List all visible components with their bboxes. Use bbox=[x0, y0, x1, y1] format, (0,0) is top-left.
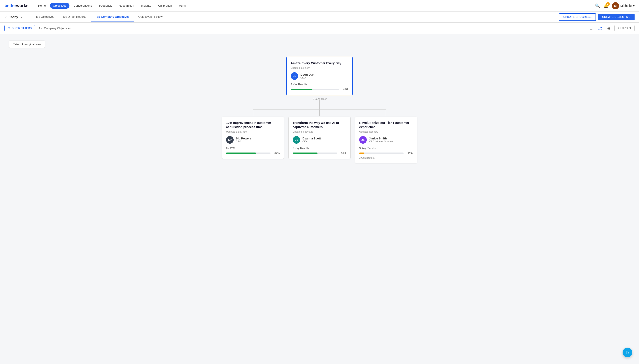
chat-icon: b bbox=[626, 350, 628, 355]
child-person-title-0: CFO bbox=[236, 140, 251, 143]
child-progress-bar-bg-1 bbox=[293, 152, 337, 154]
child-person-avatar-2: JS bbox=[359, 136, 367, 144]
top-objective-title: Amaze Every Customer Every Day bbox=[291, 61, 348, 66]
top-person-avatar: DD bbox=[291, 72, 298, 80]
top-objective-person: DD Doug Dart CEO bbox=[291, 72, 348, 80]
child-progress-pct-1: 56% bbox=[339, 152, 346, 155]
date-label: Today bbox=[9, 15, 18, 19]
child-progress-pct-2: 11% bbox=[406, 152, 413, 155]
avatar: M bbox=[612, 2, 619, 9]
child-objective-person-0: SP Sid Powers CFO bbox=[226, 136, 280, 144]
date-next-button[interactable]: › bbox=[20, 14, 23, 20]
child-key-results-0: 8 / 12% bbox=[226, 147, 280, 150]
tab-top-company-objectives[interactable]: Top Company Objectives bbox=[91, 12, 134, 22]
list-view-icon[interactable]: ☰ bbox=[588, 25, 594, 32]
objective-tree: Amaze Every Customer Every Day Updated j… bbox=[9, 57, 630, 164]
child-objective-title-2: Revolutionize our Tier 1 customer experi… bbox=[359, 121, 413, 130]
child-progress-bar-fill-2 bbox=[359, 152, 364, 154]
child-progress-bar-fill-0 bbox=[226, 152, 256, 154]
tree-view-icon[interactable]: ⎇ bbox=[597, 25, 603, 32]
nav-insights[interactable]: Insights bbox=[138, 3, 154, 9]
export-button[interactable]: ↑ EXPORT bbox=[614, 25, 634, 31]
child-objective-card-1[interactable]: Transform the way we use AI to captivate… bbox=[288, 116, 351, 159]
tab-actions: UPDATE PROGRESS CREATE OBJECTIVE bbox=[559, 13, 634, 21]
nav-links: Home Objectives Conversations Feedback R… bbox=[35, 3, 595, 9]
child-progress-bar-bg-0 bbox=[226, 152, 270, 154]
child-progress-wrap-1: 56% bbox=[293, 152, 346, 155]
filter-bar: ▼ SHOW FILTERS Top Company Objectives ☰ … bbox=[0, 22, 639, 34]
top-person-info: Doug Dart CEO bbox=[300, 73, 314, 79]
child-person-info-1: Deanna Scott CIO bbox=[302, 137, 321, 143]
tab-my-objectives[interactable]: My Objectives bbox=[32, 12, 59, 22]
top-progress-pct: 45% bbox=[341, 88, 348, 91]
search-icon[interactable]: 🔍 bbox=[595, 3, 600, 8]
child-person-info-0: Sid Powers CFO bbox=[236, 137, 251, 143]
user-name: Michelle bbox=[620, 4, 632, 8]
chart-view-icon[interactable]: ◉ bbox=[605, 25, 612, 32]
top-objective-updated: Updated just now bbox=[291, 66, 348, 69]
child-person-title-2: VP Customer Success bbox=[369, 140, 393, 143]
connector-branch-center bbox=[319, 109, 320, 116]
child-progress-bar-bg-2 bbox=[359, 152, 404, 154]
child-objective-title-1: Transform the way we use AI to captivate… bbox=[293, 121, 346, 130]
child-progress-bar-fill-1 bbox=[293, 152, 317, 154]
tree-connector bbox=[222, 100, 417, 116]
nav-calibration[interactable]: Calibration bbox=[155, 3, 175, 9]
return-to-original-view-button[interactable]: Return to original view bbox=[9, 40, 45, 48]
notification-wrapper: 🔔 2 bbox=[603, 3, 608, 8]
show-filters-label: SHOW FILTERS bbox=[12, 26, 32, 30]
tab-objectives-i-follow[interactable]: Objectives I Follow bbox=[134, 12, 167, 22]
nav-admin[interactable]: Admin bbox=[176, 3, 190, 9]
chat-bubble[interactable]: b bbox=[622, 348, 632, 357]
child-objective-updated-2: Updated just now bbox=[359, 130, 413, 133]
connector-horizontal bbox=[253, 109, 386, 110]
top-person-title: CEO bbox=[300, 76, 314, 79]
navbar: betterworks Home Objectives Conversation… bbox=[0, 0, 639, 12]
child-person-name-0: Sid Powers bbox=[236, 137, 251, 140]
child-person-name-1: Deanna Scott bbox=[302, 137, 321, 140]
export-label: EXPORT bbox=[620, 26, 631, 30]
child-objective-updated-1: Updated a day ago bbox=[293, 130, 346, 133]
nav-feedback[interactable]: Feedback bbox=[96, 3, 115, 9]
export-icon: ↑ bbox=[618, 26, 619, 30]
update-progress-button[interactable]: UPDATE PROGRESS bbox=[559, 13, 596, 21]
child-person-avatar-1: DS bbox=[293, 136, 300, 144]
child-objective-card-0[interactable]: 12% Improvement in customer acquisition … bbox=[222, 116, 284, 159]
top-key-results: 3 Key Results bbox=[291, 83, 348, 86]
contributor-label: 1 Contributor bbox=[312, 98, 327, 100]
connector-vertical-top bbox=[319, 100, 320, 109]
child-objective-person-2: JS Janice Smith VP Customer Success bbox=[359, 136, 413, 144]
child-objective-updated-0: Updated a day ago bbox=[226, 130, 280, 133]
child-key-results-2: 3 Key Results bbox=[359, 147, 413, 150]
top-objective-card[interactable]: Amaze Every Customer Every Day Updated j… bbox=[286, 57, 353, 95]
children-row: 12% Improvement in customer acquisition … bbox=[222, 116, 417, 164]
top-objective-node: Amaze Every Customer Every Day Updated j… bbox=[286, 57, 353, 100]
child-progress-wrap-2: 11% bbox=[359, 152, 413, 155]
nav-recognition[interactable]: Recognition bbox=[116, 3, 137, 9]
child-person-name-2: Janice Smith bbox=[369, 137, 393, 140]
date-prev-button[interactable]: ‹ bbox=[5, 14, 7, 20]
logo: betterworks bbox=[5, 3, 29, 8]
child-progress-wrap-0: 67% bbox=[226, 152, 280, 155]
create-objective-button[interactable]: CREATE OBJECTIVE bbox=[598, 14, 634, 20]
connector-branch-right bbox=[386, 109, 386, 116]
connector-branch-left bbox=[253, 109, 253, 116]
filter-icon: ▼ bbox=[8, 26, 11, 30]
nav-right: 🔍 🔔 2 M Michelle ▾ bbox=[595, 2, 634, 9]
child-objective-card-2[interactable]: Revolutionize our Tier 1 customer experi… bbox=[355, 116, 417, 164]
nav-objectives[interactable]: Objectives bbox=[50, 3, 70, 9]
chevron-down-icon: ▾ bbox=[633, 4, 634, 8]
child-contributor-label-2: 3 Contributors bbox=[359, 156, 413, 159]
nav-conversations[interactable]: Conversations bbox=[70, 3, 95, 9]
child-objective-person-1: DS Deanna Scott CIO bbox=[293, 136, 346, 144]
child-key-results-1: 3 Key Results bbox=[293, 147, 346, 150]
tabs: My Objectives My Direct Reports Top Comp… bbox=[32, 12, 559, 22]
user-menu[interactable]: M Michelle ▾ bbox=[612, 2, 634, 9]
date-navigation: ‹ Today › bbox=[5, 14, 23, 20]
child-objective-title-0: 12% Improvement in customer acquisition … bbox=[226, 121, 280, 130]
tab-my-direct-reports[interactable]: My Direct Reports bbox=[59, 12, 91, 22]
child-person-avatar-0: SP bbox=[226, 136, 234, 144]
top-progress-bar-fill bbox=[291, 89, 312, 90]
show-filters-button[interactable]: ▼ SHOW FILTERS bbox=[5, 25, 35, 31]
nav-home[interactable]: Home bbox=[35, 3, 49, 9]
